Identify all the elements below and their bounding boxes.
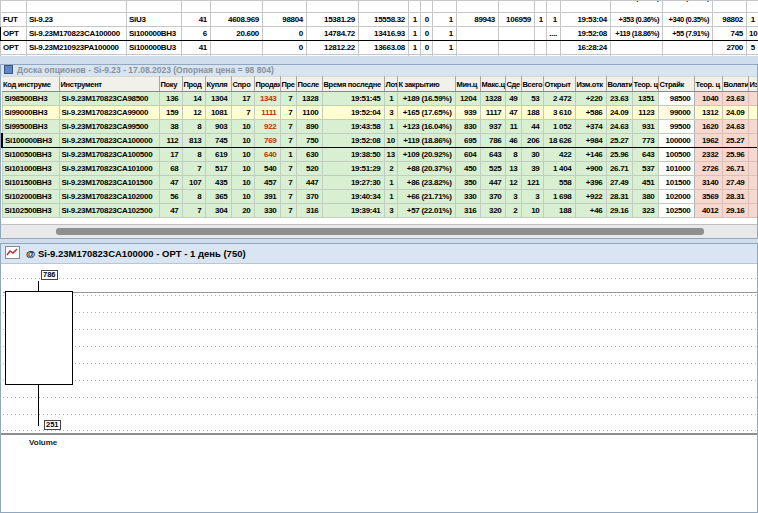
quotes-cell[interactable] [499,41,535,55]
quotes-cell[interactable]: 1 [433,27,457,41]
options-cell[interactable]: Si101000BH3 [2,162,59,176]
options-cell[interactable]: Si99500BH3 [2,120,59,134]
options-cell[interactable]: 4012 [694,204,722,218]
options-cell[interactable]: 447 [480,176,505,190]
options-cell[interactable]: 537 [632,162,658,176]
options-header-cell[interactable]: Макс.ц [480,77,505,92]
options-cell[interactable]: +109 (20.92%) [397,148,455,162]
options-cell[interactable]: 10 [231,134,254,148]
options-cell[interactable]: 19:52:08 [322,134,384,148]
options-cell[interactable]: 17 [159,148,182,162]
options-cell[interactable]: 525 [480,162,505,176]
options-header-cell[interactable]: Инструмент [59,77,159,92]
options-cell[interactable]: Si102000BH3 [2,190,59,204]
options-cell[interactable]: Si100000BH3 [2,134,59,148]
options-cell[interactable]: 7 [182,162,205,176]
options-cell[interactable]: 1081 [205,106,231,120]
options-cell[interactable]: +57 (22.01%) [397,204,455,218]
options-header-cell[interactable]: Волати [722,77,748,92]
options-header-cell[interactable]: Время последне [322,77,384,92]
options-cell[interactable]: 7 [280,106,296,120]
quotes-cell[interactable]: 5 [747,41,758,55]
quotes-cell[interactable]: 19:53:04 [561,1,611,13]
options-cell[interactable]: 99500 [658,120,694,134]
options-cell[interactable]: 100500 [658,148,694,162]
options-cell[interactable]: 2 [505,204,521,218]
options-cell[interactable]: 13 [505,162,521,176]
options-cell[interactable]: 1304 [205,92,231,106]
quotes-cell[interactable]: 10 [747,27,758,41]
options-cell[interactable]: 25.96 [606,148,632,162]
options-cell[interactable]: 7 [280,92,296,106]
quotes-cell[interactable]: +55 (7.91%) [663,27,713,41]
quotes-cell[interactable]: 15381.29 [307,13,359,27]
quotes-cell[interactable]: 1 [535,1,547,13]
quotes-cell[interactable]: 98804 [263,13,307,27]
options-cell[interactable]: 830 [455,120,480,134]
options-cell[interactable]: 769 [254,134,280,148]
options-cell[interactable] [748,204,758,218]
options-cell[interactable]: 24.09 [606,106,632,120]
options-row[interactable]: Si99500BH3Si-9.23M170823CA99500388903109… [2,120,758,134]
options-row[interactable]: Si100500BH3Si-9.23M170823CA1005001786191… [2,148,758,162]
quotes-row[interactable]: FUTSi-9.23SiU3414608.9699880415381.29155… [1,13,758,27]
options-cell[interactable]: 1123 [632,106,658,120]
options-cell[interactable]: 931 [632,120,658,134]
options-cell[interactable]: 159 [159,106,182,120]
options-cell[interactable]: Si-9.23M170823CA102000 [59,190,159,204]
quotes-cell[interactable]: 1 [433,13,457,27]
quotes-cell[interactable]: 19:52:08 [561,27,611,41]
options-row[interactable]: Si101500BH3Si-9.23M170823CA1015004710743… [2,176,758,190]
options-cell[interactable]: +189 (16.59%) [397,92,455,106]
quotes-cell[interactable]: 1 [535,13,547,27]
options-cell[interactable]: 206 [521,134,543,148]
quotes-cell[interactable] [211,41,263,55]
options-cell[interactable]: 49 [505,92,521,106]
quotes-cell[interactable]: +353 (0.36%) [611,13,663,27]
options-cell[interactable]: + [748,106,758,120]
quotes-cell[interactable]: Si100000BU3 [127,41,182,55]
options-cell[interactable]: 12 [182,106,205,120]
options-cell[interactable]: 457 [254,176,280,190]
options-cell[interactable]: 8 [505,148,521,162]
options-row[interactable]: Si101000BH3Si-9.23M170823CA1010006875171… [2,162,758,176]
options-horizontal-scrollbar[interactable] [1,224,758,238]
options-cell[interactable]: 7 [280,162,296,176]
quotes-cell[interactable]: 15558.32 [359,1,409,13]
quotes-cell[interactable]: 2700 [713,41,747,55]
options-cell[interactable]: 19:43:58 [322,120,384,134]
quotes-cell[interactable]: 41 [182,41,211,55]
options-cell[interactable]: 1 404 [543,162,575,176]
quotes-cell[interactable] [457,41,499,55]
options-cell[interactable]: 136 [159,92,182,106]
quotes-cell[interactable]: 12812.22 [307,41,359,55]
options-header-cell[interactable]: Теор. ц [694,77,722,92]
options-cell[interactable]: +46 [575,204,606,218]
options-cell[interactable]: 24.63 [722,120,748,134]
quotes-cell[interactable]: 1 [433,1,457,13]
options-row[interactable]: Si100000BH3Si-9.23M170823CA1000001128137… [2,134,758,148]
options-cell[interactable]: 1204 [455,92,480,106]
quotes-cell[interactable]: FUT [1,1,27,13]
options-cell[interactable]: 11 [505,120,521,134]
options-cell[interactable]: 1620 [694,120,722,134]
options-cell[interactable]: 14 [182,92,205,106]
options-cell[interactable]: 19:52:04 [322,106,384,120]
options-cell[interactable]: 19:40:34 [322,190,384,204]
options-cell[interactable]: +396 [575,176,606,190]
quotes-cell[interactable]: 19:53:04 [561,13,611,27]
options-cell[interactable]: + [748,134,758,148]
options-cell[interactable] [748,176,758,190]
options-cell[interactable]: 102000 [658,190,694,204]
options-cell[interactable]: 25.27 [722,134,748,148]
options-cell[interactable]: 1 052 [543,120,575,134]
options-cell[interactable]: 370 [296,190,322,204]
options-cell[interactable]: 380 [632,190,658,204]
options-header-cell[interactable]: Изм. [748,77,758,92]
options-cell[interactable]: 695 [455,134,480,148]
quotes-cell[interactable]: 106959 [499,13,535,27]
options-cell[interactable]: 922 [254,120,280,134]
quotes-cell[interactable]: Si100000BH3 [127,27,182,41]
options-cell[interactable]: 316 [455,204,480,218]
options-cell[interactable]: 3569 [694,190,722,204]
